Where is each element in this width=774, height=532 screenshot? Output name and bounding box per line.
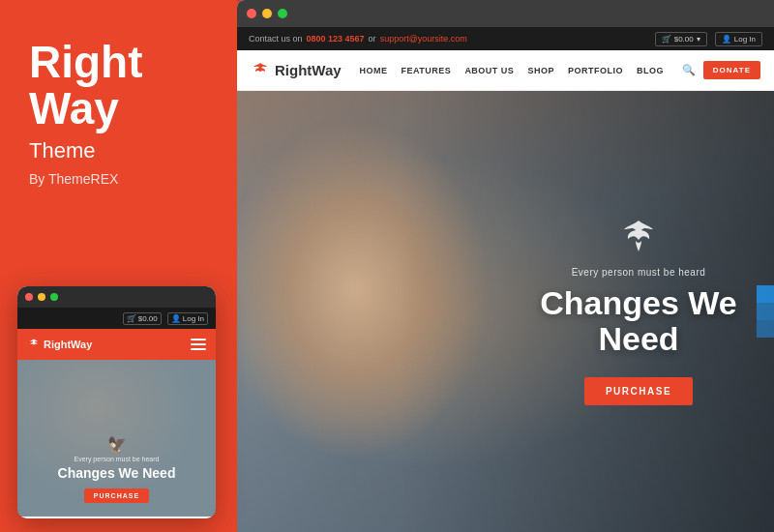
contact-phone: 0800 123 4567 xyxy=(307,34,365,44)
hero-tagline: Every person must be heard xyxy=(532,267,745,278)
mobile-hero-tagline: Every person must be heard xyxy=(27,456,206,462)
theme-subtitle: Theme xyxy=(29,138,208,163)
hero-side-dot-1[interactable] xyxy=(757,285,774,303)
desktop-logo-text: RightWay xyxy=(275,62,342,78)
desktop-dot-yellow xyxy=(262,9,272,18)
mobile-hero-headline: Changes We Need xyxy=(27,466,206,481)
mobile-topbar: 🛒 $0.00 👤 Log In xyxy=(17,308,216,329)
hero-eagle-icon xyxy=(532,218,745,263)
desktop-titlebar xyxy=(237,0,774,27)
contact-email: support@yoursite.com xyxy=(380,34,467,44)
desktop-logo: RightWay xyxy=(251,62,342,79)
desktop-dot-red xyxy=(247,9,256,18)
nav-portfolio[interactable]: PORTFOLIO xyxy=(568,66,623,75)
mobile-hero-eagle-icon: 🦅 xyxy=(27,435,206,454)
mobile-dot-yellow xyxy=(38,293,45,301)
nav-home[interactable]: HOME xyxy=(360,66,388,75)
mobile-mockup: 🛒 $0.00 👤 Log In RightWay 🦅 Every person… xyxy=(17,286,216,518)
mobile-dot-red xyxy=(25,293,33,301)
nav-blog[interactable]: BLOG xyxy=(637,66,664,75)
mobile-login-button[interactable]: 👤 Log In xyxy=(167,312,208,325)
desktop-topbar: Contact us on 0800 123 4567 or support@y… xyxy=(237,27,774,50)
desktop-nav-actions: 🔍 DONATE xyxy=(682,61,760,79)
desktop-nav-links: HOME FEATURES ABOUT US SHOP PORTFOLIO BL… xyxy=(360,66,664,75)
desktop-mockup: Contact us on 0800 123 4567 or support@y… xyxy=(237,0,774,532)
donate-button[interactable]: DONATE xyxy=(703,61,760,79)
desktop-dot-green xyxy=(278,9,287,18)
nav-features[interactable]: FEATURES xyxy=(402,66,452,75)
hero-side-dot-2[interactable] xyxy=(757,303,774,320)
nav-about[interactable]: ABOUT US xyxy=(464,66,514,75)
mobile-cart-icon: 🛒 $0.00 xyxy=(123,312,162,325)
desktop-hero: Every person must be heard Changes We Ne… xyxy=(237,91,774,532)
mobile-dot-green xyxy=(50,293,58,301)
contact-label: Contact us on xyxy=(249,34,303,44)
mobile-hero: 🦅 Every person must be heard Changes We … xyxy=(17,360,216,517)
mobile-purchase-button[interactable]: PURCHASE xyxy=(84,488,149,503)
left-panel: Right Way Theme By ThemeREX 🛒 $0.00 👤 Lo… xyxy=(0,0,237,532)
desktop-cart-button[interactable]: 🛒 $0.00 ▾ xyxy=(655,32,707,46)
desktop-navbar: RightWay HOME FEATURES ABOUT US SHOP POR… xyxy=(237,50,774,91)
desktop-contact-info: Contact us on 0800 123 4567 or support@y… xyxy=(249,34,467,44)
hero-side-navigation xyxy=(757,285,774,338)
mobile-logo-text: RightWay xyxy=(44,339,92,350)
hero-purchase-button[interactable]: PURCHASE xyxy=(584,377,693,405)
mobile-navbar: RightWay xyxy=(17,329,216,360)
eagle-logo-icon xyxy=(251,62,270,79)
desktop-login-button[interactable]: 👤 Log In xyxy=(715,32,762,46)
theme-title: Right Way xyxy=(29,39,208,133)
desktop-topbar-actions: 🛒 $0.00 ▾ 👤 Log In xyxy=(655,32,762,46)
mobile-hamburger-icon[interactable] xyxy=(191,339,206,350)
or-label: or xyxy=(369,34,376,44)
nav-shop[interactable]: SHOP xyxy=(527,66,554,75)
hero-headline: Changes We Need xyxy=(532,285,745,358)
mobile-logo: RightWay xyxy=(27,338,92,351)
mobile-titlebar xyxy=(17,286,216,308)
hero-side-dot-3[interactable] xyxy=(757,320,774,338)
theme-by: By ThemeREX xyxy=(29,171,208,187)
search-icon[interactable]: 🔍 xyxy=(682,64,696,76)
hero-content: Every person must be heard Changes We Ne… xyxy=(532,218,745,405)
